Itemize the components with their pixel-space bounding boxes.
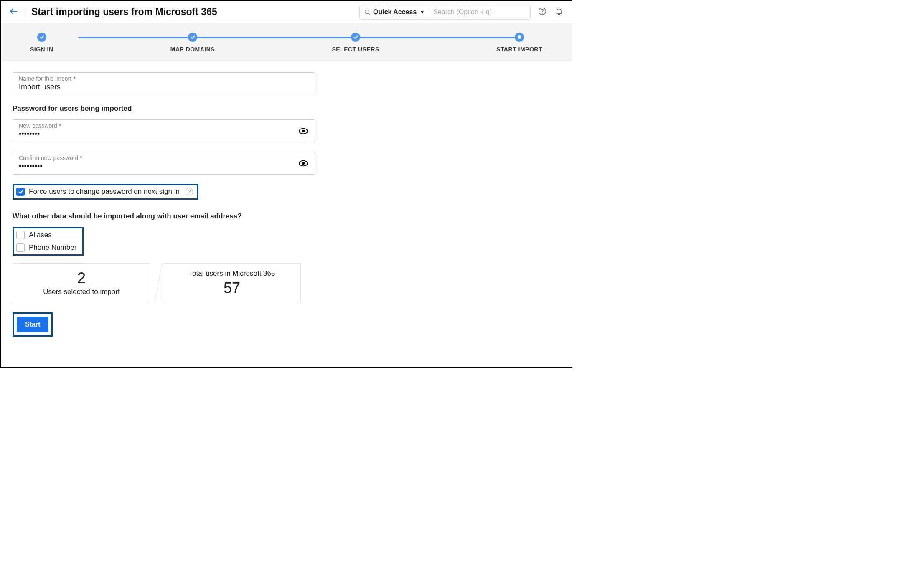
svg-point-8 bbox=[302, 162, 305, 165]
form-content: Name for this import * Password for user… bbox=[1, 61, 327, 348]
phone-label: Phone Number bbox=[29, 243, 76, 252]
phone-checkbox[interactable] bbox=[16, 243, 25, 252]
eye-icon bbox=[299, 160, 308, 167]
check-icon bbox=[39, 35, 44, 40]
required-marker: * bbox=[80, 155, 82, 161]
import-name-field[interactable]: Name for this import * bbox=[13, 72, 315, 95]
force-change-highlight: Force users to change password on next s… bbox=[13, 184, 198, 200]
bell-icon bbox=[555, 7, 563, 15]
aliases-label: Aliases bbox=[29, 231, 52, 239]
toggle-password-visibility[interactable] bbox=[299, 160, 308, 168]
page-header: Start importing users from Microsoft 365… bbox=[1, 1, 572, 23]
force-change-checkbox-row[interactable]: Force users to change password on next s… bbox=[16, 188, 193, 196]
search-input[interactable] bbox=[429, 5, 530, 19]
step-label: MAP DOMAINS bbox=[170, 46, 215, 53]
check-icon bbox=[18, 189, 23, 195]
step-label: SELECT USERS bbox=[332, 46, 379, 53]
required-marker: * bbox=[73, 75, 75, 82]
new-password-input[interactable] bbox=[19, 129, 309, 139]
help-circle-icon bbox=[538, 7, 546, 15]
check-icon bbox=[353, 35, 358, 40]
total-users-count: 57 bbox=[173, 279, 290, 297]
svg-line-2 bbox=[369, 13, 370, 15]
selected-users-count: 2 bbox=[23, 269, 140, 287]
confirm-password-input[interactable] bbox=[19, 161, 309, 171]
quick-access-dropdown[interactable]: Quick Access ▼ bbox=[360, 5, 429, 19]
arrow-left-icon bbox=[8, 6, 18, 16]
help-button[interactable] bbox=[538, 7, 546, 17]
password-section-heading: Password for users being imported bbox=[13, 104, 315, 113]
extras-highlight: Aliases Phone Number bbox=[13, 227, 84, 256]
back-button[interactable] bbox=[7, 5, 23, 20]
card-divider bbox=[154, 263, 163, 304]
page-title: Start importing users from Microsoft 365 bbox=[31, 6, 359, 18]
svg-point-4 bbox=[542, 13, 542, 13]
eye-icon bbox=[299, 128, 308, 134]
confirm-password-label: Confirm new password bbox=[19, 155, 78, 161]
import-name-input[interactable] bbox=[19, 82, 309, 91]
import-name-label: Name for this import bbox=[19, 75, 71, 82]
import-stats: 2 Users selected to import Total users i… bbox=[13, 263, 315, 303]
svg-line-9 bbox=[155, 263, 162, 304]
step-sign-in[interactable]: SIGN IN bbox=[30, 33, 53, 53]
check-icon bbox=[190, 35, 195, 40]
quick-access-search: Quick Access ▼ bbox=[359, 5, 531, 20]
notifications-button[interactable] bbox=[555, 7, 563, 17]
total-users-label: Total users in Microsoft 365 bbox=[173, 269, 290, 278]
force-change-label: Force users to change password on next s… bbox=[29, 188, 180, 196]
selected-users-card: 2 Users selected to import bbox=[13, 263, 150, 303]
new-password-field[interactable]: New password * bbox=[13, 119, 315, 142]
caret-down-icon: ▼ bbox=[420, 10, 424, 15]
total-users-card: Total users in Microsoft 365 57 bbox=[163, 263, 301, 303]
extras-heading: What other data should be imported along… bbox=[13, 212, 315, 220]
new-password-label: New password bbox=[19, 122, 57, 129]
aliases-checkbox-row[interactable]: Aliases bbox=[16, 231, 78, 239]
search-icon bbox=[364, 9, 371, 15]
step-map-domains[interactable]: MAP DOMAINS bbox=[170, 33, 215, 53]
confirm-password-field[interactable]: Confirm new password * bbox=[13, 152, 315, 175]
start-button[interactable]: Start bbox=[17, 317, 48, 332]
step-label: SIGN IN bbox=[30, 46, 53, 53]
phone-checkbox-row[interactable]: Phone Number bbox=[16, 243, 78, 252]
step-select-users[interactable]: SELECT USERS bbox=[332, 33, 379, 53]
stepper-line bbox=[78, 37, 517, 38]
svg-point-6 bbox=[302, 130, 305, 132]
selected-users-label: Users selected to import bbox=[23, 288, 140, 296]
aliases-checkbox[interactable] bbox=[16, 231, 25, 239]
wizard-stepper: SIGN IN MAP DOMAINS SELECT USERS START I… bbox=[1, 23, 572, 61]
start-button-highlight: Start bbox=[13, 312, 53, 337]
quick-access-label: Quick Access bbox=[373, 8, 417, 16]
toggle-password-visibility[interactable] bbox=[299, 128, 308, 136]
force-change-help[interactable]: ? bbox=[186, 188, 193, 195]
force-change-checkbox[interactable] bbox=[16, 188, 25, 196]
step-start-import[interactable]: START IMPORT bbox=[496, 33, 542, 53]
header-divider bbox=[25, 6, 25, 18]
step-label: START IMPORT bbox=[496, 46, 542, 53]
required-marker: * bbox=[59, 122, 61, 129]
